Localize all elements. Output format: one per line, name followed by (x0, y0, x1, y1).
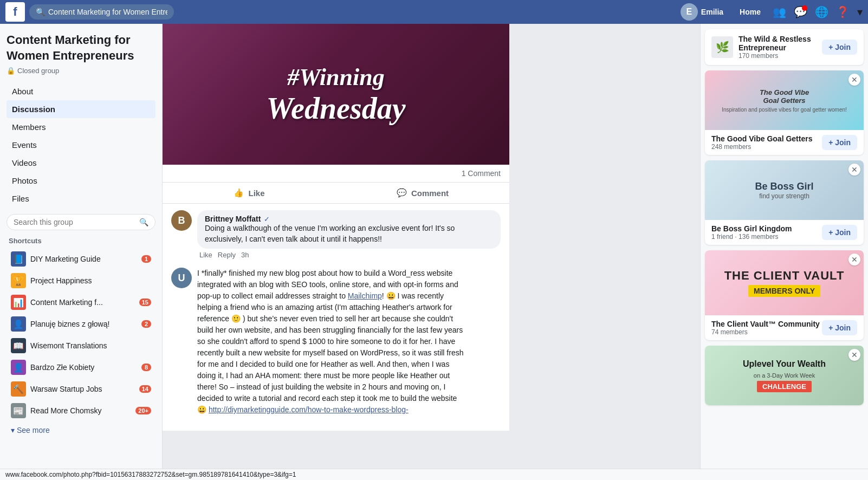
comment-author-brittney[interactable]: Brittney Moffatt (205, 215, 261, 223)
shortcut-warsaw[interactable]: 🔨 Warsaw Startup Jobs 14 (7, 378, 156, 400)
see-more-link[interactable]: ▾ See more (7, 421, 156, 439)
planuje-icon: 👤 (11, 316, 26, 332)
header-right: E Emilia Home 👥 💬 🌐 ❓ ▾ (676, 1, 863, 23)
user-name: Emilia (701, 8, 723, 16)
comment-text-brittney: Doing a walkthough of the venue I'm work… (205, 223, 493, 244)
good-vibe-members: 248 members (711, 143, 812, 151)
comment-button[interactable]: 💬 Comment (336, 183, 509, 203)
home-nav[interactable]: Home (735, 5, 765, 18)
client-vault-name[interactable]: The Client Vault™ Community (711, 320, 820, 328)
globe-icon-wrap[interactable]: 🌐 (815, 5, 828, 18)
user-profile[interactable]: E Emilia (676, 1, 728, 23)
be-boss-header: Be Boss Girl find your strength ✕ (705, 160, 864, 220)
shortcut-planuje-badge: 2 (141, 320, 151, 328)
be-boss-close[interactable]: ✕ (848, 164, 860, 176)
shortcut-wisemont-label: Wisemont Translations (30, 341, 107, 350)
shortcut-happiness-label: Project Happiness (30, 276, 92, 285)
header-left: f 🔍 (5, 2, 174, 22)
happiness-icon: 🏆 (11, 273, 26, 288)
comment-avatar-reply: U (171, 268, 192, 288)
search-input[interactable] (48, 8, 167, 16)
sidebar-item-files[interactable]: Files (7, 190, 156, 207)
comment-bubble-brittney: Brittney Moffatt ✓ Doing a walkthough of… (197, 210, 501, 249)
shortcuts-list: 📘 DIY Marketing Guide 1 🏆 Project Happin… (7, 248, 156, 421)
shortcut-content[interactable]: 📊 Content Marketing f... 15 (7, 291, 156, 313)
messenger-icon-wrap[interactable]: 💬 (794, 5, 807, 18)
shortcuts-heading: Shortcuts (7, 237, 156, 245)
post-image-wrap: #Winning Wednesday (163, 24, 509, 165)
sidebar-item-about[interactable]: About (7, 82, 156, 100)
post-actions: 👍 Like 💬 Comment (163, 183, 509, 204)
sidebar-item-events[interactable]: Events (7, 136, 156, 154)
help-icon-wrap[interactable]: ❓ (836, 5, 850, 18)
like-button[interactable]: 👍 Like (163, 183, 336, 203)
blog-link[interactable]: http://diymarketingguide.com/how-to-make… (209, 405, 409, 414)
like-icon: 👍 (234, 188, 244, 198)
good-vibe-img-title: The Good VibeGoal Getters (722, 88, 847, 105)
chomsky-icon: 📰 (11, 403, 26, 418)
status-bar: www.facebook.com/photo.php?fbid=10156317… (0, 469, 868, 480)
comment-time: 3h (241, 251, 249, 259)
header-search[interactable]: 🔍 (29, 4, 174, 20)
friends-icon-wrap[interactable]: 👥 (773, 5, 786, 18)
verified-icon: ✓ (264, 215, 270, 223)
uplevel-badge: CHALLENGE (757, 381, 812, 392)
shortcut-diy-badge: 1 (141, 255, 151, 263)
sidebar-item-videos[interactable]: Videos (7, 154, 156, 172)
wild-restless-join[interactable]: + Join (822, 40, 857, 55)
shortcut-wisemont[interactable]: 📖 Wisemont Translations (7, 335, 156, 356)
be-boss-name[interactable]: Be Boss Girl Kingdom (711, 224, 792, 233)
post-image: #Winning Wednesday (163, 24, 509, 165)
shortcut-planuje[interactable]: 👤 Planuję biznes z głową! 2 (7, 313, 156, 335)
reply-action[interactable]: Reply (218, 251, 236, 259)
uplevel-header: Uplevel Your Wealth on a 3-Day Work Week… (705, 346, 864, 405)
chevron-icon-wrap[interactable]: ▾ (857, 5, 863, 18)
be-boss-join[interactable]: + Join (822, 225, 857, 240)
group-be-boss: Be Boss Girl find your strength ✕ Be Bos… (705, 160, 864, 245)
be-boss-members: 1 friend · 136 members (711, 233, 792, 241)
group-uplevel: Uplevel Your Wealth on a 3-Day Work Week… (705, 346, 864, 405)
wisemont-icon: 📖 (11, 338, 26, 353)
be-boss-subtitle: find your strength (755, 192, 813, 200)
client-vault-header: THE CLIENT VAULT MEMBERS ONLY ✕ (705, 250, 864, 315)
group-good-vibe: The Good VibeGoal Getters Inspiration an… (705, 70, 864, 155)
group-client-vault: THE CLIENT VAULT MEMBERS ONLY ✕ The Clie… (705, 250, 864, 340)
comment-brittney: B Brittney Moffatt ✓ Doing a walkthough … (171, 210, 501, 259)
chevron-down-icon: ▾ (857, 6, 863, 18)
good-vibe-bottom: The Good Vibe Goal Getters 248 members +… (705, 130, 864, 155)
like-action[interactable]: Like (199, 251, 212, 259)
shortcut-chomsky-badge: 20+ (135, 407, 151, 414)
comment-avatar-brittney: B (171, 210, 192, 231)
client-vault-close[interactable]: ✕ (848, 254, 860, 265)
search-group-input[interactable] (14, 218, 136, 226)
sidebar-item-discussion[interactable]: Discussion (7, 100, 156, 118)
uplevel-close[interactable]: ✕ (848, 349, 860, 361)
mailchimp-link[interactable]: Mailchimp (348, 291, 382, 300)
warsaw-icon: 🔨 (11, 381, 26, 397)
shortcut-bardzo[interactable]: 👤 Bardzo Złe Kobiety 8 (7, 356, 156, 378)
client-vault-join[interactable]: + Join (822, 320, 857, 335)
facebook-logo[interactable]: f (5, 2, 25, 22)
shortcut-happiness[interactable]: 🏆 Project Happiness (7, 270, 156, 291)
shortcut-content-badge: 15 (139, 299, 151, 306)
comment-content-brittney: Brittney Moffatt ✓ Doing a walkthough of… (197, 210, 501, 259)
client-vault-bottom: The Client Vault™ Community 74 members +… (705, 315, 864, 340)
post-stats: 1 Comment (163, 165, 509, 183)
sidebar-nav: About Discussion Members Events Videos P… (7, 82, 156, 207)
reply-text: I *finally* finished my new blog post ab… (197, 268, 468, 416)
good-vibe-name[interactable]: The Good Vibe Goal Getters (711, 134, 812, 143)
lock-icon: 🔒 (7, 67, 15, 75)
search-group[interactable]: 🔍 (7, 214, 156, 230)
sidebar-item-photos[interactable]: Photos (7, 172, 156, 190)
be-boss-info: Be Boss Girl Kingdom 1 friend · 136 memb… (711, 224, 792, 241)
comment-actions-brittney: Like Reply 3h (197, 251, 501, 259)
good-vibe-info: The Good Vibe Goal Getters 248 members (711, 134, 812, 151)
content-icon: 📊 (11, 295, 26, 310)
shortcut-chomsky[interactable]: 📰 Read More Chomsky 20+ (7, 400, 156, 421)
shortcut-diy[interactable]: 📘 DIY Marketing Guide 1 (7, 248, 156, 270)
sidebar-item-members[interactable]: Members (7, 118, 156, 136)
wild-restless-name[interactable]: The Wild & Restless Entrepreneur (739, 35, 817, 52)
good-vibe-join[interactable]: + Join (822, 135, 857, 150)
client-vault-title: THE CLIENT VAULT (724, 269, 845, 283)
good-vibe-close[interactable]: ✕ (848, 74, 860, 86)
